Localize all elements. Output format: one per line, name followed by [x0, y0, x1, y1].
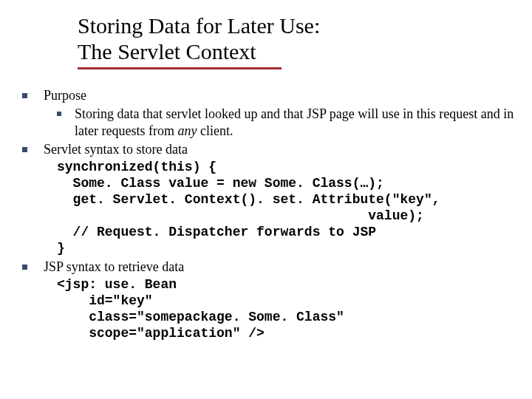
bullet-purpose: Purpose Storing data that servlet looked… — [22, 87, 517, 140]
square-bullet-icon — [22, 147, 27, 152]
square-bullet-icon — [22, 93, 27, 98]
slide-body: Purpose Storing data that servlet looked… — [22, 87, 517, 344]
slide-title-line2: The Servlet Context — [78, 39, 320, 65]
slide-title-line1: Storing Data for Later Use: — [78, 13, 320, 39]
slide-title-block: Storing Data for Later Use: The Servlet … — [78, 13, 320, 69]
slide: Storing Data for Later Use: The Servlet … — [0, 0, 532, 399]
section-heading: Purpose — [44, 88, 86, 103]
square-bullet-icon — [57, 112, 61, 116]
sub-bullet-purpose: Storing data that servlet looked up and … — [57, 106, 517, 140]
section-heading: JSP syntax to retrieve data — [44, 259, 184, 274]
code-block-jsp: <jsp: use. Bean id="key" class="somepack… — [57, 277, 517, 342]
bullet-servlet-syntax: Servlet syntax to store data synchronize… — [22, 141, 517, 257]
section-heading: Servlet syntax to store data — [44, 142, 188, 157]
title-underline — [78, 67, 282, 69]
sub-bullet-text: Storing data that servlet looked up and … — [75, 106, 517, 140]
bullet-jsp-syntax: JSP syntax to retrieve data <jsp: use. B… — [22, 259, 517, 342]
code-block-servlet: synchronized(this) { Some. Class value =… — [57, 160, 517, 257]
square-bullet-icon — [22, 265, 27, 270]
